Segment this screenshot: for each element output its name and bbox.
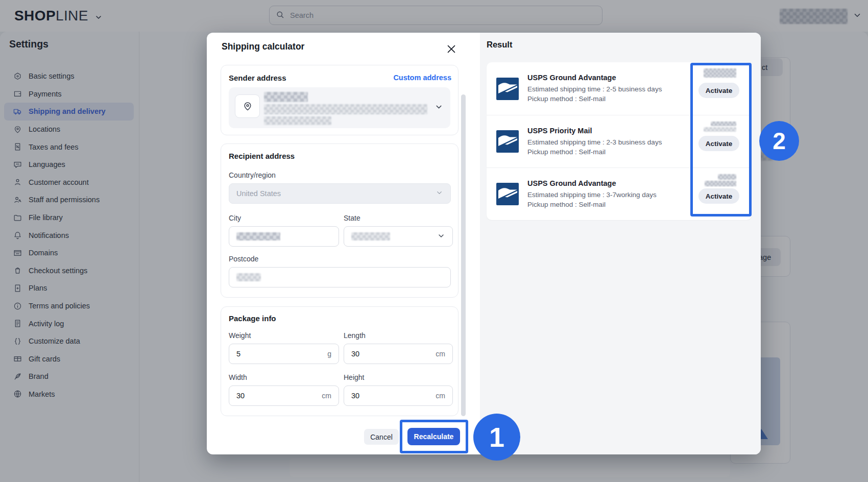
shipping-option-eta: Estimated shipping time : 2-3 business d… (527, 137, 662, 147)
account-name-redacted (780, 9, 848, 24)
sidebar-item-locations[interactable]: Locations (4, 120, 134, 138)
sender-address-heading: Sender address (229, 74, 286, 82)
wallet-icon (13, 89, 22, 98)
top-bar: SHOPLINE (0, 0, 868, 32)
state-select[interactable] (344, 226, 453, 247)
person-key-icon (13, 196, 22, 204)
state-label: State (344, 214, 360, 222)
form-scrollbar (461, 62, 466, 446)
usps-logo-icon (496, 183, 519, 205)
package-info-heading: Package info (229, 314, 276, 323)
chevron-down-icon (853, 11, 862, 22)
logo-text-secondary: LINE (56, 8, 88, 24)
shipping-option-eta: Estimated shipping time : 2-5 business d… (527, 84, 662, 94)
sidebar-item-notifications[interactable]: Notifications (4, 226, 134, 244)
chevron-down-icon (437, 232, 445, 242)
logo-text-primary: SHOP (14, 8, 56, 24)
sidebar-item-file-library[interactable]: File library (4, 209, 134, 227)
usps-logo-icon (496, 78, 519, 100)
annotation-step-1: 1 (473, 414, 520, 461)
shipping-option-pickup: Pickup method : Self-mail (527, 147, 662, 157)
city-label: City (229, 214, 241, 222)
city-value-redacted (236, 232, 280, 240)
city-input[interactable] (229, 226, 339, 247)
shipping-option-eta: Estimated shipping time : 3-7working day… (527, 190, 657, 200)
sidebar-item-customer-account[interactable]: Customer account (4, 174, 134, 191)
sender-address-redacted-line (264, 92, 308, 102)
sidebar-item-staff-and-permissions[interactable]: Staff and permissions (4, 191, 134, 209)
shipping-option-name: USPS Priority Mail (527, 127, 662, 135)
shipping-option-pickup: Pickup method : Self-mail (527, 200, 657, 209)
shopping-bag-icon (13, 266, 22, 275)
language-bubble-icon (13, 160, 22, 169)
sidebar-item-activity-log[interactable]: Activity log (4, 315, 134, 332)
sender-address-redacted-line (264, 116, 331, 125)
account-menu[interactable] (780, 9, 862, 24)
shipping-option-name: USPS Ground Advantage (527, 74, 662, 82)
annotation-step-2: 2 (759, 121, 799, 161)
app-root: SHOPLINE Settings Basic settings (0, 0, 868, 482)
hexagon-settings-icon (13, 72, 22, 81)
sidebar-item-gift-cards[interactable]: Gift cards (4, 350, 134, 368)
search-input[interactable] (289, 11, 596, 20)
chevron-down-icon (94, 9, 103, 25)
info-circle-icon (13, 302, 22, 310)
height-unit: cm (436, 392, 445, 400)
width-value[interactable] (236, 392, 303, 400)
calculator-form: Shipping calculator Sender address Custo… (207, 33, 480, 454)
log-document-icon (13, 319, 22, 328)
sidebar-item-payments[interactable]: Payments (4, 85, 134, 103)
sidebar-item-domains[interactable]: Domains (4, 244, 134, 262)
postcode-value-redacted (236, 273, 261, 281)
sidebar-item-plans[interactable]: Plans (4, 279, 134, 297)
width-input[interactable]: cm (229, 385, 339, 406)
shopline-logo-dropdown[interactable]: SHOPLINE (14, 7, 103, 25)
search-icon (276, 10, 284, 21)
length-value[interactable] (351, 350, 417, 358)
shipping-calculator-modal: Shipping calculator Sender address Custo… (207, 33, 761, 454)
height-value[interactable] (351, 392, 417, 400)
weight-value[interactable] (236, 350, 303, 358)
package-info-section: Package info Weight g Length cm Width cm… (221, 306, 459, 416)
gift-card-icon (13, 354, 22, 363)
sidebar-item-taxes-and-fees[interactable]: Taxes and fees (4, 138, 134, 156)
sender-address-selector[interactable] (229, 87, 450, 128)
sidebar-item-customize-data[interactable]: Customize data (4, 332, 134, 350)
cancel-button[interactable]: Cancel (364, 429, 399, 445)
usps-logo-icon (496, 130, 519, 153)
sidebar-item-terms-and-policies[interactable]: Terms and policies (4, 297, 134, 315)
recipient-address-heading: Recipient address (229, 152, 295, 160)
custom-address-link[interactable]: Custom address (393, 74, 451, 82)
sidebar-item-shipping-and-delivery[interactable]: Shipping and delivery (4, 103, 134, 120)
browser-window-icon (13, 249, 22, 257)
width-label: Width (229, 373, 247, 381)
globe-icon (13, 390, 22, 398)
sidebar-item-basic-settings[interactable]: Basic settings (4, 67, 134, 85)
postcode-input[interactable] (229, 267, 451, 287)
weight-input[interactable]: g (229, 344, 339, 364)
sidebar-item-brand[interactable]: Brand (4, 368, 134, 385)
length-label: Length (344, 331, 366, 340)
chevron-down-icon (435, 103, 443, 113)
sidebar-item-languages[interactable]: Languages (4, 156, 134, 174)
annotation-box-recalculate (400, 420, 468, 453)
code-braces-icon (13, 337, 22, 346)
postcode-label: Postcode (229, 255, 258, 263)
length-input[interactable]: cm (344, 344, 453, 364)
state-value-redacted (351, 232, 390, 240)
country-label: Country/region (229, 171, 276, 179)
background-card-fragment (290, 458, 730, 477)
scrollbar-thumb[interactable] (461, 94, 466, 416)
weight-label: Weight (229, 331, 251, 340)
recipient-address-section: Recipient address Country/region United … (221, 143, 459, 298)
map-pin-icon (13, 125, 22, 134)
country-select[interactable]: United States (229, 183, 451, 204)
chevron-down-icon (436, 189, 443, 198)
height-input[interactable]: cm (344, 385, 453, 406)
settings-sidebar: Basic settings Payments Shipping and del… (0, 32, 139, 482)
sidebar-item-markets[interactable]: Markets (4, 385, 134, 403)
location-pin-icon (235, 94, 260, 118)
sidebar-item-checkout-settings[interactable]: Checkout settings (4, 262, 134, 280)
close-icon[interactable] (445, 42, 458, 56)
plan-document-icon (13, 284, 22, 293)
